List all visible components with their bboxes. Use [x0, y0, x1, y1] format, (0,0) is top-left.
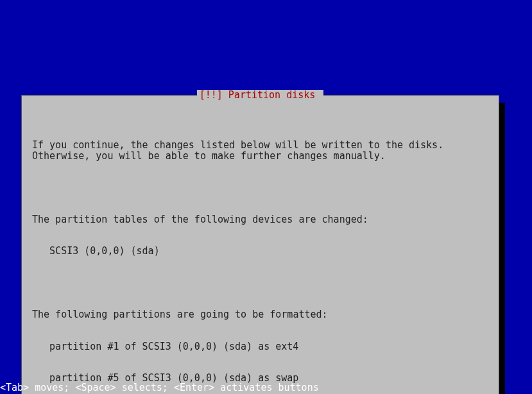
title-text: Partition disks	[228, 89, 315, 101]
partition-disks-dialog: [!!] Partition disks If you continue, th…	[21, 95, 499, 394]
dialog-content: If you continue, the changes listed belo…	[32, 119, 488, 394]
dialog-title: [!!] Partition disks	[197, 90, 324, 101]
format-item-1: partition #1 of SCSI3 (0,0,0) (sda) as e…	[32, 341, 488, 352]
intro-text: If you continue, the changes listed belo…	[32, 140, 488, 161]
dialog-title-wrap: [!!] Partition disks	[22, 90, 499, 101]
title-prefix: [!!]	[200, 89, 228, 101]
tables-heading: The partition tables of the following de…	[32, 214, 488, 225]
tables-item: SCSI3 (0,0,0) (sda)	[32, 246, 488, 257]
footer-hint: <Tab> moves; <Space> selects; <Enter> ac…	[0, 382, 532, 395]
format-heading: The following partitions are going to be…	[32, 309, 488, 320]
